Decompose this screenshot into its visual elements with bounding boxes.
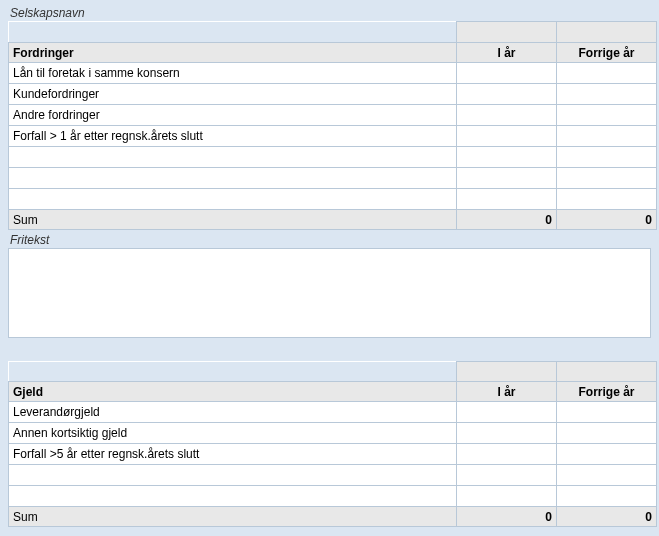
fordringer-this-4[interactable] xyxy=(461,149,552,165)
table-row xyxy=(9,486,657,507)
table-row xyxy=(9,189,657,210)
fordringer-this-5[interactable] xyxy=(461,170,552,186)
table-row xyxy=(9,465,657,486)
gjeld-this-4[interactable] xyxy=(461,488,552,504)
fordringer-prev-1[interactable] xyxy=(561,86,652,102)
fordringer-prev-5[interactable] xyxy=(561,170,652,186)
table-row xyxy=(9,147,657,168)
gjeld-sum-prev: 0 xyxy=(557,507,657,527)
gjeld-prev-0[interactable] xyxy=(561,404,652,420)
table-row: Annen kortsiktig gjeld xyxy=(9,423,657,444)
table-row: Forfall > 1 år etter regnsk.årets slutt xyxy=(9,126,657,147)
table-row xyxy=(9,168,657,189)
fordringer-this-0[interactable] xyxy=(461,65,552,81)
col-this-year-2: I år xyxy=(457,382,557,402)
fordringer-header: Fordringer xyxy=(9,43,457,63)
gjeld-table: Gjeld I år Forrige år Leverandørgjeld An… xyxy=(8,361,657,527)
gjeld-prev-1[interactable] xyxy=(561,425,652,441)
table-row: Forfall >5 år etter regnsk.årets slutt xyxy=(9,444,657,465)
gjeld-this-1[interactable] xyxy=(461,425,552,441)
col-prev-year-2: Forrige år xyxy=(557,382,657,402)
gjeld-prev-4[interactable] xyxy=(561,488,652,504)
fordringer-this-2[interactable] xyxy=(461,107,552,123)
gjeld-header: Gjeld xyxy=(9,382,457,402)
gjeld-sum-label: Sum xyxy=(9,507,457,527)
fordringer-sum-prev: 0 xyxy=(557,210,657,230)
fordringer-this-3[interactable] xyxy=(461,128,552,144)
fritekst-label: Fritekst xyxy=(10,233,651,247)
col-prev-year: Forrige år xyxy=(557,43,657,63)
table-row: Kundefordringer xyxy=(9,84,657,105)
fordringer-table: Fordringer I år Forrige år Lån til foret… xyxy=(8,21,657,230)
fordringer-this-1[interactable] xyxy=(461,86,552,102)
selskapsnavn-label: Selskapsnavn xyxy=(10,6,651,20)
gjeld-sum-this: 0 xyxy=(457,507,557,527)
gjeld-this-3[interactable] xyxy=(461,467,552,483)
fordringer-prev-6[interactable] xyxy=(561,191,652,207)
gjeld-this-2[interactable] xyxy=(461,446,552,462)
fordringer-this-6[interactable] xyxy=(461,191,552,207)
fritekst-textarea[interactable] xyxy=(8,248,651,338)
gjeld-prev-2[interactable] xyxy=(561,446,652,462)
fordringer-prev-4[interactable] xyxy=(561,149,652,165)
gjeld-prev-3[interactable] xyxy=(561,467,652,483)
table-row: Leverandørgjeld xyxy=(9,402,657,423)
col-this-year: I år xyxy=(457,43,557,63)
fordringer-prev-3[interactable] xyxy=(561,128,652,144)
fordringer-prev-0[interactable] xyxy=(561,65,652,81)
fordringer-sum-this: 0 xyxy=(457,210,557,230)
selskapsnavn-this-input[interactable] xyxy=(461,24,552,40)
fordringer-prev-2[interactable] xyxy=(561,107,652,123)
fordringer-sum-label: Sum xyxy=(9,210,457,230)
gjeld-this-0[interactable] xyxy=(461,404,552,420)
selskapsnavn-input-cell xyxy=(457,22,557,43)
table-row: Lån til foretak i samme konsern xyxy=(9,63,657,84)
table-row: Andre fordringer xyxy=(9,105,657,126)
